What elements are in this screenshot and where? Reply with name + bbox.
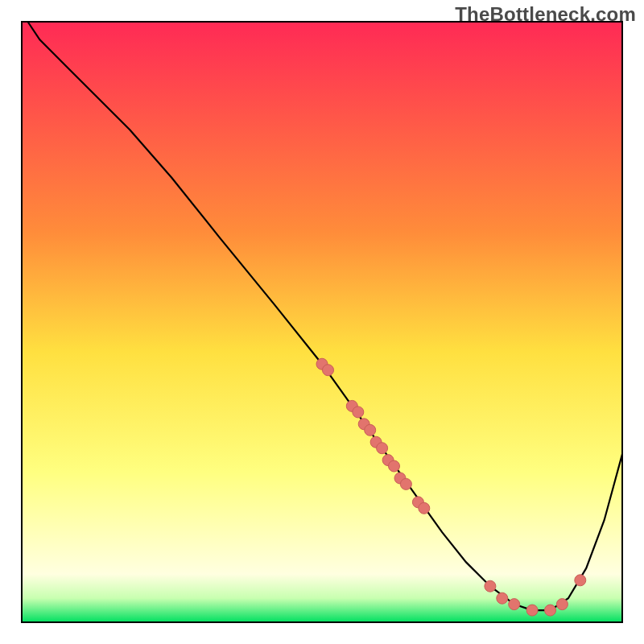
data-marker (485, 580, 496, 592)
data-marker (509, 599, 520, 610)
data-marker (400, 478, 411, 489)
watermark-text: TheBottleneck.com (455, 3, 636, 26)
data-marker (377, 443, 388, 454)
chart-container: TheBottleneck.com (0, 0, 644, 644)
data-marker (556, 599, 568, 610)
data-marker (365, 424, 376, 436)
data-marker (497, 592, 508, 604)
data-marker (545, 605, 556, 616)
bottleneck-chart (0, 0, 644, 644)
data-marker (575, 575, 586, 586)
data-marker (389, 460, 400, 472)
data-marker (353, 407, 364, 418)
data-marker (419, 502, 430, 514)
data-marker (323, 365, 334, 376)
data-marker (526, 605, 538, 616)
